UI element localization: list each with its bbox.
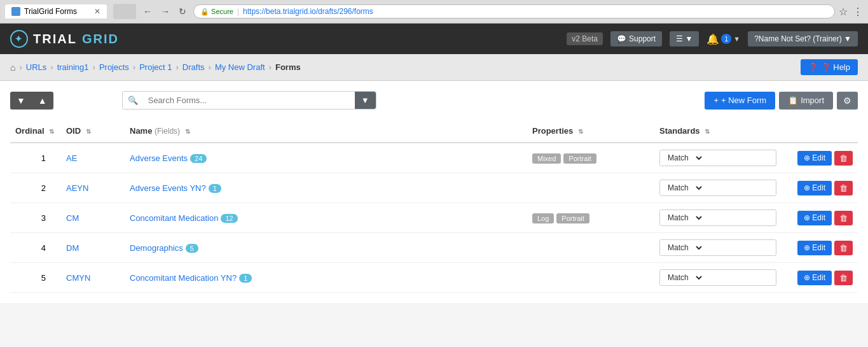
name-link-0[interactable]: Adverse Events — [130, 153, 188, 163]
sort-down-button[interactable]: ▼ — [10, 92, 32, 110]
breadcrumb-drafts[interactable]: Drafts — [183, 62, 205, 72]
version-badge: v2 Beta — [567, 32, 603, 45]
menu-icon[interactable]: ⋮ — [853, 6, 863, 18]
delete-button-4[interactable]: 🗑 — [834, 271, 853, 285]
cell-name-2: Concomitant Medication12 — [125, 203, 527, 233]
notification-bell[interactable]: 🔔 1 ▼ — [706, 33, 740, 45]
fields-count-badge-4: 1 — [239, 274, 252, 283]
table-row: 3CMConcomitant Medication12LogPortraitMa… — [10, 203, 858, 233]
bookmark-icon[interactable]: ☆ — [839, 6, 848, 18]
secure-indicator: 🔒 Secure — [200, 8, 233, 16]
cell-ordinal-3: 4 — [10, 233, 61, 263]
name-link-1[interactable]: Adverse Events YN? — [130, 183, 206, 193]
table-row: 1AEAdverse Events24MixedPortraitMatch⊕ E… — [10, 143, 858, 173]
cell-oid-4: CMYN — [61, 263, 125, 293]
sort-up-button[interactable]: ▲ — [32, 92, 53, 110]
logo-icon: ✦ — [10, 30, 28, 48]
url-display: https://beta.trialgrid.io/drafts/296/for… — [243, 7, 373, 16]
fields-count-badge-2: 12 — [221, 214, 237, 223]
cell-standards-0: Match — [654, 143, 782, 173]
menu-button[interactable]: ☰ ▼ — [670, 31, 699, 46]
cell-properties-0: MixedPortrait — [527, 143, 654, 173]
match-select-3[interactable]: Match — [660, 240, 704, 255]
settings-button[interactable]: ⚙ — [837, 92, 858, 110]
props-sort-arrows[interactable]: ⇅ — [578, 128, 583, 135]
search-icon: 🔍 — [123, 92, 143, 109]
ordinal-sort-arrows[interactable]: ⇅ — [49, 128, 54, 135]
breadcrumb-forms: Forms — [275, 62, 301, 72]
col-header-ordinal: Ordinal ⇅ — [10, 120, 61, 143]
cell-oid-1: AEYN — [61, 173, 125, 203]
breadcrumb-project1[interactable]: Project 1 — [139, 62, 172, 72]
match-select-0[interactable]: Match — [660, 150, 704, 166]
cell-ordinal-4: 5 — [10, 263, 61, 293]
breadcrumb-my-new-draft[interactable]: My New Draft — [215, 62, 265, 72]
oid-link-4[interactable]: CMYN — [66, 273, 90, 283]
browser-controls: ← → ↻ — [140, 5, 189, 18]
search-input[interactable] — [143, 92, 355, 109]
cell-actions-0: ⊕ Edit🗑 — [782, 143, 858, 173]
delete-button-3[interactable]: 🗑 — [834, 241, 853, 255]
oid-sort-arrows[interactable]: ⇅ — [86, 128, 91, 135]
toolbar: ▼ ▲ 🔍 ▼ + + New Form 📋 Import ⚙ — [10, 91, 858, 110]
oid-link-3[interactable]: DM — [66, 243, 79, 253]
new-form-button[interactable]: + + New Form — [705, 92, 775, 110]
tab-close-button[interactable]: ✕ — [94, 7, 100, 16]
oid-link-2[interactable]: CM — [66, 213, 79, 223]
edit-button-4[interactable]: ⊕ Edit — [797, 271, 832, 285]
col-header-name: Name (Fields) ⇅ — [125, 120, 527, 143]
support-icon: 💬 — [617, 34, 626, 43]
help-button[interactable]: ❓ ❓ Help — [801, 59, 858, 75]
cell-actions-1: ⊕ Edit🗑 — [782, 173, 858, 203]
col-header-properties: Properties ⇅ — [527, 120, 654, 143]
cell-standards-4: Match — [654, 263, 782, 293]
new-tab-button[interactable] — [113, 4, 136, 19]
filter-button[interactable]: ▼ — [355, 92, 376, 109]
edit-button-0[interactable]: ⊕ Edit — [797, 151, 832, 166]
edit-button-3[interactable]: ⊕ Edit — [797, 241, 832, 255]
forward-button[interactable]: → — [158, 5, 173, 18]
user-menu-button[interactable]: ?Name Not Set? (Trainer) ▼ — [748, 31, 858, 46]
action-buttons-0: ⊕ Edit🗑 — [797, 151, 853, 166]
cell-actions-3: ⊕ Edit🗑 — [782, 233, 858, 263]
edit-button-2[interactable]: ⊕ Edit — [797, 211, 832, 225]
name-link-2[interactable]: Concomitant Medication — [130, 213, 218, 223]
oid-link-1[interactable]: AEYN — [66, 183, 88, 193]
back-button[interactable]: ← — [140, 5, 155, 18]
name-sort-arrows[interactable]: ⇅ — [185, 128, 190, 135]
col-header-oid: OID ⇅ — [61, 120, 125, 143]
breadcrumb-urls[interactable]: URLs — [26, 62, 47, 72]
reload-button[interactable]: ↻ — [176, 5, 189, 18]
table-row: 2AEYNAdverse Events YN?1Match⊕ Edit🗑 — [10, 173, 858, 203]
name-link-3[interactable]: Demographics — [130, 243, 183, 253]
breadcrumb-projects[interactable]: Projects — [99, 62, 129, 72]
match-select-2[interactable]: Match — [660, 210, 704, 225]
import-button[interactable]: 📋 Import — [779, 92, 833, 110]
tab-title: TrialGrid Forms — [24, 7, 77, 16]
delete-button-0[interactable]: 🗑 — [834, 151, 853, 166]
oid-link-0[interactable]: AE — [66, 153, 77, 163]
cell-oid-3: DM — [61, 233, 125, 263]
match-select-1[interactable]: Match — [660, 180, 704, 195]
breadcrumb-training1[interactable]: training1 — [57, 62, 89, 72]
edit-button-1[interactable]: ⊕ Edit — [797, 181, 832, 195]
delete-button-2[interactable]: 🗑 — [834, 211, 853, 225]
import-icon: 📋 — [788, 96, 798, 105]
match-select-4[interactable]: Match — [660, 270, 704, 285]
standards-sort-arrows[interactable]: ⇅ — [705, 128, 710, 135]
match-dropdown-0: Match — [659, 150, 776, 166]
property-badge-portrait-2: Portrait — [556, 213, 589, 223]
name-link-4[interactable]: Concomitant Medication YN? — [130, 273, 237, 283]
cell-oid-0: AE — [61, 143, 125, 173]
breadcrumb-sep-0: › — [19, 62, 22, 72]
delete-button-1[interactable]: 🗑 — [834, 181, 853, 195]
logo-text-blue: GRID — [82, 32, 119, 46]
home-icon[interactable]: ⌂ — [10, 62, 15, 73]
address-bar[interactable]: 🔒 Secure | https://beta.trialgrid.io/dra… — [193, 4, 835, 18]
browser-tab[interactable]: TrialGrid Forms ✕ — [5, 4, 107, 18]
support-button[interactable]: 💬 Support — [610, 31, 662, 46]
notification-count: 1 — [721, 34, 731, 44]
top-navigation: ✦ TRIALGRID v2 Beta 💬 Support ☰ ▼ 🔔 1 ▼ … — [0, 24, 868, 54]
cell-ordinal-0: 1 — [10, 143, 61, 173]
search-box: 🔍 ▼ — [122, 91, 376, 110]
